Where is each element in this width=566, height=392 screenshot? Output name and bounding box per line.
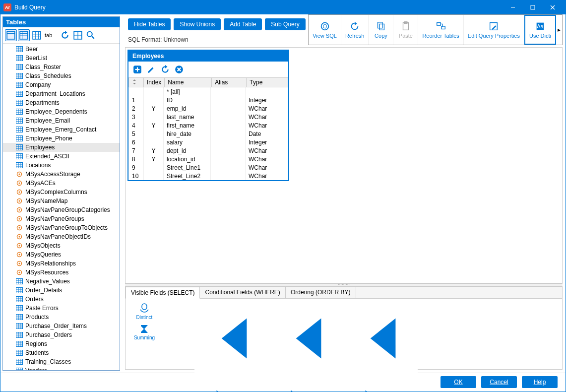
refresh-fields-button[interactable] (160, 65, 170, 74)
col-name[interactable]: Name (165, 78, 212, 87)
view-mode-2-button[interactable] (18, 29, 30, 41)
table-item[interactable]: Employee_Emerg_Contact (3, 125, 120, 134)
ribbon-overflow-button[interactable]: ▸ (556, 15, 562, 45)
view-mode-3-button[interactable] (31, 29, 43, 41)
table-item[interactable]: Class_Roster (3, 63, 120, 71)
minimize-button[interactable] (503, 0, 523, 14)
field-row[interactable]: 1IDInteger (129, 96, 288, 104)
edit-field-button[interactable] (146, 65, 156, 74)
table-item[interactable]: Purchase_Orders (3, 330, 120, 339)
table-item[interactable]: Employee_Email (3, 116, 120, 125)
close-button[interactable] (543, 0, 563, 14)
table-item[interactable]: Company (3, 80, 120, 89)
edit-query-properties-button[interactable]: Edit Query Properties (464, 15, 524, 45)
table-item[interactable]: Departments (3, 98, 120, 107)
paste-button[interactable]: Paste (393, 15, 418, 45)
view-sql-button[interactable]: Q View SQL (309, 15, 341, 45)
table-item[interactable]: MSysQueries (3, 250, 120, 259)
move-right-icon[interactable] (196, 375, 267, 392)
field-row[interactable]: 3last_nameWChar (129, 113, 288, 121)
move-right-icon[interactable] (271, 375, 341, 392)
table-name: Training_Classes (25, 358, 71, 365)
table-list[interactable]: BeerBeerListClass_RosterClass_SchedulesC… (3, 44, 120, 370)
distinct-button[interactable]: Distinct (136, 303, 153, 320)
col-sort[interactable] (129, 78, 144, 87)
table-item[interactable]: Employee_Dependents (3, 107, 120, 116)
move-left-icon[interactable] (345, 303, 416, 374)
employees-box-title[interactable]: Employees (128, 51, 288, 62)
table-item[interactable]: Order_Details (3, 286, 120, 295)
employees-columns-grid[interactable]: Index Name Alias Type (128, 77, 288, 87)
fields-grid[interactable]: ×××TableEmployeesEmployeesFieldlast_name… (159, 303, 418, 392)
table-item[interactable]: MSysNavPaneGroups (3, 214, 120, 223)
move-right-icon[interactable] (345, 375, 416, 392)
refresh-tables-button[interactable] (59, 29, 71, 41)
table-item[interactable]: Orders (3, 295, 120, 304)
table-item[interactable]: MSysAccessStorage (3, 170, 120, 179)
sub-query-button[interactable]: Sub Query (265, 18, 305, 30)
add-table-button[interactable]: Add Table (224, 18, 262, 30)
col-index[interactable]: Index (144, 78, 165, 87)
table-item[interactable]: Extended_ASCII (3, 152, 120, 161)
table-item[interactable]: Purchase_Order_Items (3, 322, 120, 330)
col-type[interactable]: Type (247, 78, 288, 87)
copy-button[interactable]: Copy (369, 15, 393, 45)
summing-button[interactable]: Summing (134, 323, 155, 340)
table-item[interactable]: Locations (3, 161, 120, 170)
table-item[interactable]: Regions (3, 339, 120, 348)
ribbon: Q View SQL Refresh Copy Paste Reor (308, 14, 563, 45)
field-row[interactable]: 7Ydept_idWChar (129, 146, 288, 155)
table-item[interactable]: MSysRelationships (3, 259, 120, 268)
field-row[interactable]: 9Street_Line1WChar (129, 163, 288, 172)
table-item[interactable]: BeerList (3, 54, 120, 63)
table-item[interactable]: MSysResources (3, 268, 120, 277)
table-item[interactable]: Training_Classes (3, 357, 120, 366)
field-row[interactable]: 2Yemp_idWChar (129, 104, 288, 113)
col-alias[interactable]: Alias (212, 78, 247, 87)
search-button[interactable] (85, 29, 97, 41)
tab-visible-fields[interactable]: Visible Fields (SELECT) (126, 287, 200, 299)
table-item[interactable]: MSysNavPaneGroupCategories (3, 205, 120, 214)
table-item[interactable]: MSysNameMap (3, 196, 120, 205)
field-row[interactable]: * [all] (129, 87, 288, 96)
tab-ordering[interactable]: Ordering (ORDER BY) (286, 287, 356, 298)
table-item[interactable]: Beer (3, 45, 120, 54)
table-item[interactable]: Employee_Phone (3, 134, 120, 143)
table-item[interactable]: MSysObjects (3, 241, 120, 250)
move-left-icon[interactable] (196, 303, 267, 374)
table-item[interactable]: MSysNavPaneGroupToObjects (3, 223, 120, 232)
add-field-button[interactable] (132, 65, 142, 74)
table-item[interactable]: Vendors (3, 366, 120, 370)
field-row[interactable]: 10Street_Line2WChar (129, 172, 288, 180)
table-item[interactable]: Paste Errors (3, 304, 120, 313)
reorder-tables-button[interactable]: Reorder Tables (418, 15, 463, 45)
table-icon (16, 91, 23, 97)
field-row[interactable]: 8Ylocation_idWChar (129, 155, 288, 163)
table-item[interactable]: Class_Schedules (3, 71, 120, 80)
table-item[interactable]: Products (3, 313, 120, 322)
query-design-area[interactable]: Employees Index Name Alias Type (125, 47, 563, 283)
table-item[interactable]: Students (3, 348, 120, 357)
table-item[interactable]: MSysComplexColumns (3, 188, 120, 196)
hide-tables-button[interactable]: Hide Tables (128, 18, 171, 30)
field-row[interactable]: 5hire_dateDate (129, 130, 288, 138)
tab-conditional-fields[interactable]: Conditional Fields (WHERE) (200, 287, 285, 298)
tab-label[interactable]: tab (44, 31, 53, 39)
move-left-icon[interactable] (271, 303, 341, 374)
view-mode-1-button[interactable] (5, 29, 17, 41)
grid-button[interactable] (72, 29, 84, 41)
maximize-button[interactable] (523, 0, 543, 14)
table-item[interactable]: Employees (3, 143, 120, 152)
refresh-button[interactable]: Refresh (341, 15, 369, 45)
field-row[interactable]: 6salaryInteger (129, 138, 288, 146)
svg-point-115 (19, 218, 20, 220)
table-item[interactable]: MSysACEs (3, 179, 120, 188)
show-unions-button[interactable]: Show Unions (174, 18, 221, 30)
employees-table-box[interactable]: Employees Index Name Alias Type (127, 50, 289, 181)
table-item[interactable]: Department_Locations (3, 89, 120, 98)
field-row[interactable]: 4Yfirst_nameWChar (129, 121, 288, 130)
table-item[interactable]: MSysNavPaneObjectIDs (3, 232, 120, 241)
remove-field-button[interactable] (174, 65, 184, 74)
use-dictionary-button[interactable]: Aa Use Dicti (524, 15, 556, 45)
table-item[interactable]: Negative_Values (3, 277, 120, 286)
